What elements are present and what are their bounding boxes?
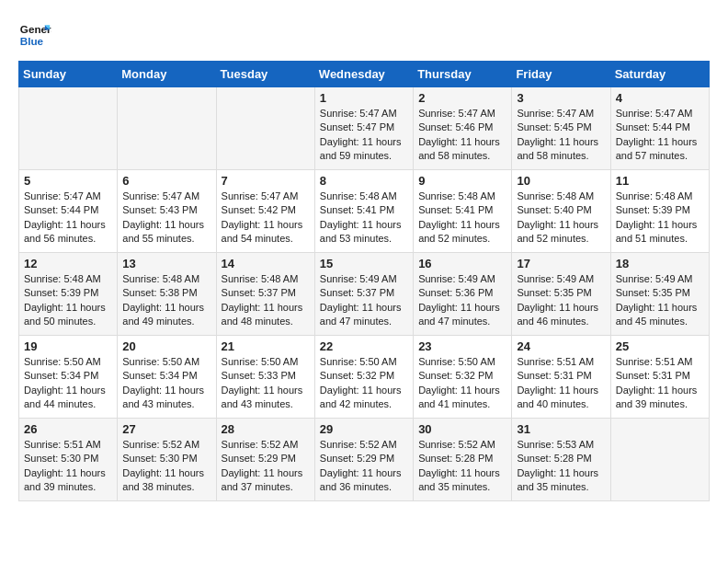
calendar-cell: 4Sunrise: 5:47 AM Sunset: 5:44 PM Daylig… xyxy=(610,87,709,170)
calendar-cell: 30Sunrise: 5:52 AM Sunset: 5:28 PM Dayli… xyxy=(414,419,512,501)
day-info: Sunrise: 5:49 AM Sunset: 5:36 PM Dayligh… xyxy=(418,272,506,329)
calendar-cell: 8Sunrise: 5:48 AM Sunset: 5:41 PM Daylig… xyxy=(314,170,413,253)
header-cell-friday: Friday xyxy=(512,62,610,87)
day-info: Sunrise: 5:52 AM Sunset: 5:28 PM Dayligh… xyxy=(418,438,506,495)
calendar-cell: 29Sunrise: 5:52 AM Sunset: 5:29 PM Dayli… xyxy=(314,419,413,501)
day-number: 3 xyxy=(517,91,605,105)
day-info: Sunrise: 5:51 AM Sunset: 5:31 PM Dayligh… xyxy=(616,355,704,412)
day-info: Sunrise: 5:47 AM Sunset: 5:47 PM Dayligh… xyxy=(320,107,408,164)
day-number: 31 xyxy=(517,422,605,436)
calendar-cell: 21Sunrise: 5:50 AM Sunset: 5:33 PM Dayli… xyxy=(216,336,314,419)
day-info: Sunrise: 5:50 AM Sunset: 5:34 PM Dayligh… xyxy=(24,355,112,412)
calendar-cell: 17Sunrise: 5:49 AM Sunset: 5:35 PM Dayli… xyxy=(512,253,610,336)
calendar-cell xyxy=(19,87,118,170)
day-info: Sunrise: 5:48 AM Sunset: 5:41 PM Dayligh… xyxy=(320,190,408,247)
calendar-cell: 16Sunrise: 5:49 AM Sunset: 5:36 PM Dayli… xyxy=(414,253,512,336)
week-row-5: 26Sunrise: 5:51 AM Sunset: 5:30 PM Dayli… xyxy=(19,419,710,501)
day-info: Sunrise: 5:47 AM Sunset: 5:44 PM Dayligh… xyxy=(24,190,112,247)
day-number: 11 xyxy=(616,174,704,188)
day-number: 7 xyxy=(222,174,310,188)
day-info: Sunrise: 5:50 AM Sunset: 5:32 PM Dayligh… xyxy=(418,355,506,412)
calendar-cell: 31Sunrise: 5:53 AM Sunset: 5:28 PM Dayli… xyxy=(512,419,610,501)
calendar-cell xyxy=(216,87,314,170)
calendar-cell: 13Sunrise: 5:48 AM Sunset: 5:38 PM Dayli… xyxy=(118,253,216,336)
calendar-cell: 25Sunrise: 5:51 AM Sunset: 5:31 PM Dayli… xyxy=(610,336,709,419)
day-number: 25 xyxy=(616,339,704,353)
day-info: Sunrise: 5:52 AM Sunset: 5:29 PM Dayligh… xyxy=(320,438,408,495)
calendar-cell: 27Sunrise: 5:52 AM Sunset: 5:30 PM Dayli… xyxy=(118,419,216,501)
day-info: Sunrise: 5:52 AM Sunset: 5:30 PM Dayligh… xyxy=(122,438,210,495)
day-info: Sunrise: 5:48 AM Sunset: 5:40 PM Dayligh… xyxy=(517,190,605,247)
day-info: Sunrise: 5:52 AM Sunset: 5:29 PM Dayligh… xyxy=(222,438,310,495)
calendar-cell: 19Sunrise: 5:50 AM Sunset: 5:34 PM Dayli… xyxy=(19,336,118,419)
day-number: 13 xyxy=(122,257,210,270)
day-number: 24 xyxy=(517,339,605,353)
day-info: Sunrise: 5:47 AM Sunset: 5:43 PM Dayligh… xyxy=(122,190,210,247)
day-info: Sunrise: 5:49 AM Sunset: 5:35 PM Dayligh… xyxy=(517,272,605,329)
day-number: 2 xyxy=(418,91,506,105)
week-row-2: 5Sunrise: 5:47 AM Sunset: 5:44 PM Daylig… xyxy=(19,170,710,253)
day-info: Sunrise: 5:53 AM Sunset: 5:28 PM Dayligh… xyxy=(517,438,605,495)
day-info: Sunrise: 5:50 AM Sunset: 5:32 PM Dayligh… xyxy=(320,355,408,412)
day-info: Sunrise: 5:49 AM Sunset: 5:37 PM Dayligh… xyxy=(320,272,408,329)
day-info: Sunrise: 5:51 AM Sunset: 5:31 PM Dayligh… xyxy=(517,355,605,412)
day-number: 20 xyxy=(122,339,210,353)
calendar-cell xyxy=(118,87,216,170)
calendar-cell: 22Sunrise: 5:50 AM Sunset: 5:32 PM Dayli… xyxy=(314,336,413,419)
calendar-cell: 2Sunrise: 5:47 AM Sunset: 5:46 PM Daylig… xyxy=(414,87,512,170)
calendar-cell: 10Sunrise: 5:48 AM Sunset: 5:40 PM Dayli… xyxy=(512,170,610,253)
calendar-cell: 1Sunrise: 5:47 AM Sunset: 5:47 PM Daylig… xyxy=(314,87,413,170)
day-number: 6 xyxy=(122,174,210,188)
header-row: SundayMondayTuesdayWednesdayThursdayFrid… xyxy=(19,62,710,87)
day-number: 8 xyxy=(320,174,408,188)
day-number: 16 xyxy=(418,257,506,270)
calendar-cell: 6Sunrise: 5:47 AM Sunset: 5:43 PM Daylig… xyxy=(118,170,216,253)
day-number: 30 xyxy=(418,422,506,436)
day-info: Sunrise: 5:49 AM Sunset: 5:35 PM Dayligh… xyxy=(616,272,704,329)
day-number: 14 xyxy=(222,257,310,270)
day-info: Sunrise: 5:48 AM Sunset: 5:38 PM Dayligh… xyxy=(122,272,210,329)
day-info: Sunrise: 5:50 AM Sunset: 5:34 PM Dayligh… xyxy=(122,355,210,412)
day-number: 12 xyxy=(24,257,112,270)
calendar-cell: 11Sunrise: 5:48 AM Sunset: 5:39 PM Dayli… xyxy=(610,170,709,253)
day-info: Sunrise: 5:47 AM Sunset: 5:44 PM Dayligh… xyxy=(616,107,704,164)
day-info: Sunrise: 5:50 AM Sunset: 5:33 PM Dayligh… xyxy=(222,355,310,412)
header-cell-thursday: Thursday xyxy=(414,62,512,87)
week-row-3: 12Sunrise: 5:48 AM Sunset: 5:39 PM Dayli… xyxy=(19,253,710,336)
day-number: 18 xyxy=(616,257,704,270)
calendar-cell: 12Sunrise: 5:48 AM Sunset: 5:39 PM Dayli… xyxy=(19,253,118,336)
header-cell-monday: Monday xyxy=(118,62,216,87)
calendar-cell xyxy=(610,419,709,501)
calendar-cell: 23Sunrise: 5:50 AM Sunset: 5:32 PM Dayli… xyxy=(414,336,512,419)
calendar-cell: 7Sunrise: 5:47 AM Sunset: 5:42 PM Daylig… xyxy=(216,170,314,253)
day-info: Sunrise: 5:47 AM Sunset: 5:45 PM Dayligh… xyxy=(517,107,605,164)
calendar-cell: 18Sunrise: 5:49 AM Sunset: 5:35 PM Dayli… xyxy=(610,253,709,336)
day-number: 5 xyxy=(24,174,112,188)
day-number: 26 xyxy=(24,422,112,436)
day-info: Sunrise: 5:48 AM Sunset: 5:41 PM Dayligh… xyxy=(418,190,506,247)
calendar-cell: 15Sunrise: 5:49 AM Sunset: 5:37 PM Dayli… xyxy=(314,253,413,336)
page-header: General Blue xyxy=(18,18,710,52)
day-number: 15 xyxy=(320,257,408,270)
week-row-1: 1Sunrise: 5:47 AM Sunset: 5:47 PM Daylig… xyxy=(19,87,710,170)
calendar-cell: 14Sunrise: 5:48 AM Sunset: 5:37 PM Dayli… xyxy=(216,253,314,336)
day-number: 9 xyxy=(418,174,506,188)
calendar-cell: 5Sunrise: 5:47 AM Sunset: 5:44 PM Daylig… xyxy=(19,170,118,253)
day-number: 17 xyxy=(517,257,605,270)
day-info: Sunrise: 5:48 AM Sunset: 5:39 PM Dayligh… xyxy=(24,272,112,329)
day-info: Sunrise: 5:48 AM Sunset: 5:37 PM Dayligh… xyxy=(222,272,310,329)
day-info: Sunrise: 5:48 AM Sunset: 5:39 PM Dayligh… xyxy=(616,190,704,247)
day-number: 22 xyxy=(320,339,408,353)
header-cell-wednesday: Wednesday xyxy=(314,62,413,87)
day-number: 29 xyxy=(320,422,408,436)
calendar-table: SundayMondayTuesdayWednesdayThursdayFrid… xyxy=(18,61,710,501)
calendar-cell: 28Sunrise: 5:52 AM Sunset: 5:29 PM Dayli… xyxy=(216,419,314,501)
week-row-4: 19Sunrise: 5:50 AM Sunset: 5:34 PM Dayli… xyxy=(19,336,710,419)
logo: General Blue xyxy=(18,18,51,52)
day-info: Sunrise: 5:47 AM Sunset: 5:42 PM Dayligh… xyxy=(222,190,310,247)
day-number: 10 xyxy=(517,174,605,188)
day-number: 19 xyxy=(24,339,112,353)
logo-icon: General Blue xyxy=(18,18,51,52)
calendar-cell: 3Sunrise: 5:47 AM Sunset: 5:45 PM Daylig… xyxy=(512,87,610,170)
calendar-cell: 24Sunrise: 5:51 AM Sunset: 5:31 PM Dayli… xyxy=(512,336,610,419)
